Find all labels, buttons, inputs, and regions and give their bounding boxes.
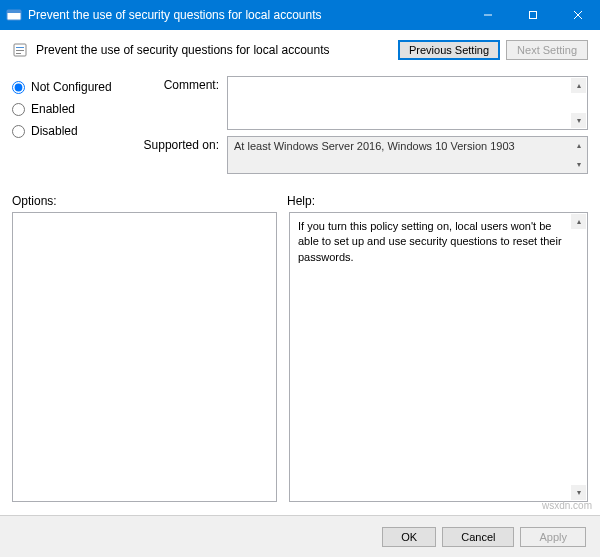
next-setting-button: Next Setting xyxy=(506,40,588,60)
svg-rect-3 xyxy=(529,12,536,19)
chevron-down-icon[interactable]: ▾ xyxy=(571,485,586,500)
radio-not-configured[interactable]: Not Configured xyxy=(12,80,137,94)
comment-row: Comment: ▴ ▾ xyxy=(137,76,588,130)
state-radios: Not Configured Enabled Disabled xyxy=(12,76,137,180)
help-text: If you turn this policy setting on, loca… xyxy=(298,220,562,263)
close-button[interactable] xyxy=(555,0,600,30)
radio-not-configured-label: Not Configured xyxy=(31,80,112,94)
config-row: Not Configured Enabled Disabled Comment:… xyxy=(12,76,588,180)
radio-enabled-input[interactable] xyxy=(12,103,25,116)
minimize-button[interactable] xyxy=(465,0,510,30)
help-label: Help: xyxy=(287,194,315,208)
supported-on-field: At least Windows Server 2016, Windows 10… xyxy=(227,136,588,174)
options-label: Options: xyxy=(12,194,287,208)
radio-disabled[interactable]: Disabled xyxy=(12,124,137,138)
window-title: Prevent the use of security questions fo… xyxy=(28,8,465,22)
svg-rect-9 xyxy=(16,53,21,54)
supported-on-value: At least Windows Server 2016, Windows 10… xyxy=(234,140,515,152)
chevron-up-icon[interactable]: ▴ xyxy=(571,138,586,153)
policy-icon xyxy=(12,42,28,58)
radio-disabled-input[interactable] xyxy=(12,125,25,138)
help-panel: If you turn this policy setting on, loca… xyxy=(289,212,588,502)
previous-setting-button[interactable]: Previous Setting xyxy=(398,40,500,60)
window-controls xyxy=(465,0,600,30)
svg-rect-8 xyxy=(16,50,24,51)
svg-rect-7 xyxy=(16,47,24,48)
radio-not-configured-input[interactable] xyxy=(12,81,25,94)
maximize-button[interactable] xyxy=(510,0,555,30)
chevron-down-icon[interactable]: ▾ xyxy=(571,157,586,172)
watermark: wsxdn.com xyxy=(542,500,592,511)
policy-title: Prevent the use of security questions fo… xyxy=(36,43,390,57)
apply-button: Apply xyxy=(520,527,586,547)
fields-column: Comment: ▴ ▾ Supported on: At least Wind… xyxy=(137,76,588,180)
panel-labels-row: Options: Help: xyxy=(12,194,588,208)
comment-label: Comment: xyxy=(137,76,227,130)
cancel-button[interactable]: Cancel xyxy=(442,527,514,547)
panels-row: If you turn this policy setting on, loca… xyxy=(12,212,588,502)
supported-row: Supported on: At least Windows Server 20… xyxy=(137,136,588,174)
svg-rect-1 xyxy=(7,10,21,13)
chevron-up-icon[interactable]: ▴ xyxy=(571,78,586,93)
header-row: Prevent the use of security questions fo… xyxy=(12,40,588,60)
radio-enabled-label: Enabled xyxy=(31,102,75,116)
nav-buttons: Previous Setting Next Setting xyxy=(398,40,588,60)
comment-textarea[interactable]: ▴ ▾ xyxy=(227,76,588,130)
titlebar: Prevent the use of security questions fo… xyxy=(0,0,600,30)
ok-button[interactable]: OK xyxy=(382,527,436,547)
chevron-up-icon[interactable]: ▴ xyxy=(571,214,586,229)
chevron-down-icon[interactable]: ▾ xyxy=(571,113,586,128)
dialog-button-bar: OK Cancel Apply xyxy=(0,515,600,557)
radio-disabled-label: Disabled xyxy=(31,124,78,138)
window-icon xyxy=(6,7,22,23)
content-area: Prevent the use of security questions fo… xyxy=(0,30,600,512)
radio-enabled[interactable]: Enabled xyxy=(12,102,137,116)
options-panel xyxy=(12,212,277,502)
supported-label: Supported on: xyxy=(137,136,227,174)
